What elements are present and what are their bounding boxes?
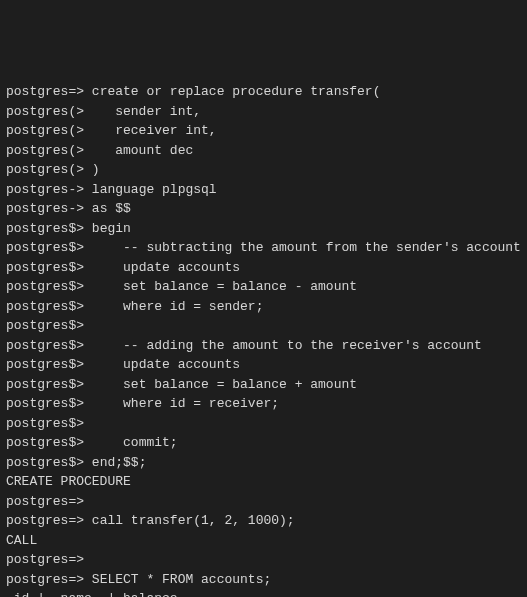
terminal-line: postgres$> end;$$;	[6, 453, 521, 473]
prompt: postgres=>	[6, 572, 92, 587]
terminal-line: postgres$>	[6, 316, 521, 336]
terminal-line: postgres(> sender int,	[6, 102, 521, 122]
prompt: postgres=>	[6, 494, 84, 509]
terminal-line: postgres=> SELECT * FROM accounts;	[6, 570, 521, 590]
prompt: postgres->	[6, 182, 92, 197]
terminal-line: postgres$> set balance = balance - amoun…	[6, 277, 521, 297]
terminal-line: postgres(> )	[6, 160, 521, 180]
prompt: postgres$>	[6, 435, 123, 450]
terminal-line: postgres=>	[6, 550, 521, 570]
terminal-line: CALL	[6, 531, 521, 551]
prompt: postgres$>	[6, 221, 92, 236]
terminal-line: postgres$> where id = sender;	[6, 297, 521, 317]
terminal-line: postgres(> amount dec	[6, 141, 521, 161]
command-text: update accounts	[123, 357, 240, 372]
prompt: postgres$>	[6, 416, 84, 431]
command-text: amount dec	[115, 143, 193, 158]
prompt: postgres=>	[6, 552, 84, 567]
prompt: postgres(>	[6, 143, 115, 158]
command-text: create or replace procedure transfer(	[92, 84, 381, 99]
terminal-line: postgres-> as $$	[6, 199, 521, 219]
prompt: postgres->	[6, 201, 92, 216]
prompt: postgres$>	[6, 240, 123, 255]
output-text: id | name | balance	[6, 591, 178, 597]
command-text: language plpgsql	[92, 182, 217, 197]
command-text: update accounts	[123, 260, 240, 275]
command-text: end;$$;	[92, 455, 147, 470]
command-text: -- subtracting the amount from the sende…	[123, 240, 521, 255]
terminal-line: postgres-> language plpgsql	[6, 180, 521, 200]
command-text: receiver int,	[115, 123, 216, 138]
terminal-line: postgres$> set balance = balance + amoun…	[6, 375, 521, 395]
command-text: where id = receiver;	[123, 396, 279, 411]
terminal-line: postgres$> update accounts	[6, 258, 521, 278]
command-text: )	[92, 162, 100, 177]
command-text: where id = sender;	[123, 299, 263, 314]
command-text: SELECT * FROM accounts;	[92, 572, 271, 587]
terminal-line: postgres$> begin	[6, 219, 521, 239]
terminal-line: postgres=>	[6, 492, 521, 512]
terminal-line: postgres$> update accounts	[6, 355, 521, 375]
prompt: postgres$>	[6, 318, 84, 333]
terminal-line: postgres=> create or replace procedure t…	[6, 82, 521, 102]
terminal-output: postgres=> create or replace procedure t…	[6, 82, 521, 597]
command-text: sender int,	[115, 104, 201, 119]
prompt: postgres$>	[6, 279, 123, 294]
prompt: postgres(>	[6, 104, 115, 119]
prompt: postgres=>	[6, 84, 92, 99]
terminal-line: postgres$>	[6, 414, 521, 434]
command-text: set balance = balance + amount	[123, 377, 357, 392]
command-text: call transfer(1, 2, 1000);	[92, 513, 295, 528]
prompt: postgres$>	[6, 396, 123, 411]
prompt: postgres$>	[6, 299, 123, 314]
prompt: postgres$>	[6, 455, 92, 470]
terminal-line: CREATE PROCEDURE	[6, 472, 521, 492]
prompt: postgres$>	[6, 338, 123, 353]
prompt: postgres(>	[6, 162, 92, 177]
output-text: CREATE PROCEDURE	[6, 474, 131, 489]
terminal-line: postgres$> commit;	[6, 433, 521, 453]
terminal-line: postgres(> receiver int,	[6, 121, 521, 141]
output-text: CALL	[6, 533, 37, 548]
command-text: commit;	[123, 435, 178, 450]
command-text: begin	[92, 221, 131, 236]
terminal-line: postgres$> -- subtracting the amount fro…	[6, 238, 521, 258]
command-text: as $$	[92, 201, 131, 216]
prompt: postgres$>	[6, 357, 123, 372]
command-text: set balance = balance - amount	[123, 279, 357, 294]
prompt: postgres$>	[6, 377, 123, 392]
prompt: postgres=>	[6, 513, 92, 528]
terminal-line: postgres$> where id = receiver;	[6, 394, 521, 414]
terminal-line: id | name | balance	[6, 589, 521, 597]
terminal-line: postgres=> call transfer(1, 2, 1000);	[6, 511, 521, 531]
prompt: postgres(>	[6, 123, 115, 138]
prompt: postgres$>	[6, 260, 123, 275]
terminal-line: postgres$> -- adding the amount to the r…	[6, 336, 521, 356]
command-text: -- adding the amount to the receiver's a…	[123, 338, 482, 353]
